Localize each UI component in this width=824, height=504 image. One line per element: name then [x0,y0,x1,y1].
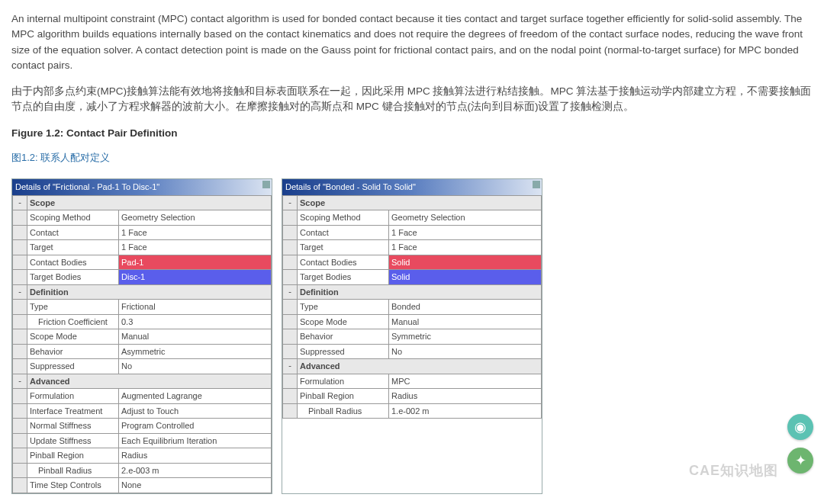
expand-icon[interactable]: - [13,284,27,300]
bonded-panel: Details of "Bonded - Solid To Solid" -Sc… [282,178,542,494]
row-label: Scope Mode [298,314,389,329]
definition-header: Definition [298,284,542,300]
panel-pin-icon[interactable] [262,181,270,188]
figure-title-cn: 图1.2: 联系人配对定义 [11,150,813,165]
row-value[interactable]: Solid [389,255,542,270]
row-label: Normal Stiffness [27,419,119,434]
row-value[interactable]: Radius [389,389,542,404]
expand-icon[interactable]: - [283,359,298,374]
row-label: Interface Treatment [27,403,119,419]
row-value[interactable]: 1.e-002 m [389,403,542,419]
row-value[interactable]: Adjust to Touch [119,403,272,419]
row-label: Pinball Region [27,448,119,464]
row-label: Pinball Radius [298,403,389,419]
panel-titlebar: Details of "Frictional - Pad-1 To Disc-1… [12,179,272,195]
row-value[interactable]: Manual [119,329,272,345]
panel-title-text: Details of "Frictional - Pad-1 To Disc-1… [15,182,159,191]
row-value[interactable]: No [119,359,272,374]
row-label: Contact Bodies [27,255,119,270]
definition-header: Definition [27,284,272,300]
paragraph-chinese: 由于内部多点约束(MPC)接触算法能有效地将接触和目标表面联系在一起，因此采用 … [11,84,813,115]
row-label: Pinball Region [298,389,389,404]
row-label: Behavior [298,329,389,345]
row-value[interactable]: Bonded [389,300,542,315]
row-label: Contact [27,225,119,240]
expand-icon[interactable]: - [13,374,27,389]
row-value[interactable]: Pad-1 [119,255,272,270]
row-label: Contact [298,225,389,240]
float-buttons: ◉ ✦ [787,414,813,474]
row-value[interactable]: 1 Face [389,225,542,240]
figure-caption: Frictional contact between pad and disc … [11,494,813,504]
advanced-header: Advanced [298,359,542,374]
row-value[interactable]: Frictional [119,300,272,315]
advanced-header: Advanced [27,374,272,389]
expand-icon[interactable]: - [283,284,298,300]
support-button[interactable]: ◉ [787,414,813,440]
row-label: Suppressed [298,344,389,359]
row-value[interactable]: 2.e-003 m [119,463,272,478]
row-value[interactable]: Geometry Selection [389,210,542,226]
row-value[interactable]: Manual [389,314,542,329]
frictional-panel: Details of "Frictional - Pad-1 To Disc-1… [11,178,272,494]
row-label: Pinball Radius [27,463,119,478]
row-value[interactable]: MPC [389,374,542,389]
row-label: Contact Bodies [298,255,389,270]
row-value[interactable]: Program Controlled [119,419,272,434]
bonded-table: -Scope Scoping MethodGeometry Selection … [282,195,542,419]
row-value[interactable]: Geometry Selection [119,210,272,226]
expand-icon[interactable]: - [283,195,298,210]
row-value[interactable]: 0.3 [119,314,272,329]
row-label: Target Bodies [27,270,119,285]
row-value[interactable]: 1 Face [119,240,272,255]
row-label: Time Step Controls [27,478,119,493]
chat-button[interactable]: ✦ [787,448,813,474]
row-value[interactable]: Disc-1 [119,270,272,285]
row-label: Type [27,300,119,315]
row-value[interactable]: Symmetric [389,329,542,345]
row-label: Scoping Method [27,210,119,226]
details-panels: Details of "Frictional - Pad-1 To Disc-1… [11,178,813,494]
expand-icon[interactable]: - [13,195,27,210]
row-label: Behavior [27,344,119,359]
scope-header: Scope [298,195,542,210]
row-label: Target [27,240,119,255]
row-label: Target Bodies [298,270,389,285]
row-label: Scope Mode [27,329,119,345]
row-label: Formulation [27,389,119,404]
row-value[interactable]: Solid [389,270,542,285]
row-value[interactable]: Augmented Lagrange [119,389,272,404]
row-value[interactable]: Each Equilibrium Iteration [119,433,272,448]
panel-pin-icon[interactable] [533,181,540,188]
paragraph-english: An internal multipoint constraint (MPC) … [11,11,813,73]
row-label: Update Stiffness [27,433,119,448]
panel-titlebar: Details of "Bonded - Solid To Solid" [282,179,542,195]
row-value[interactable]: No [389,344,542,359]
figure-title: Figure 1.2: Contact Pair Definition [11,126,813,141]
frictional-table: -Scope Scoping MethodGeometry Selection … [12,195,272,493]
row-value[interactable]: 1 Face [119,225,272,240]
row-label: Target [298,240,389,255]
row-label: Type [298,300,389,315]
row-label: Suppressed [27,359,119,374]
person-icon: ◉ [794,417,806,438]
row-label: Scoping Method [298,210,389,226]
chat-icon: ✦ [795,451,806,471]
scope-header: Scope [27,195,272,210]
row-value[interactable]: None [119,478,272,493]
row-value[interactable]: Asymmetric [119,344,272,359]
row-label: Friction Coefficient [27,314,119,329]
row-label: Formulation [298,374,389,389]
row-value[interactable]: Radius [119,448,272,464]
row-value[interactable]: 1 Face [389,240,542,255]
panel-title-text: Details of "Bonded - Solid To Solid" [285,182,416,191]
